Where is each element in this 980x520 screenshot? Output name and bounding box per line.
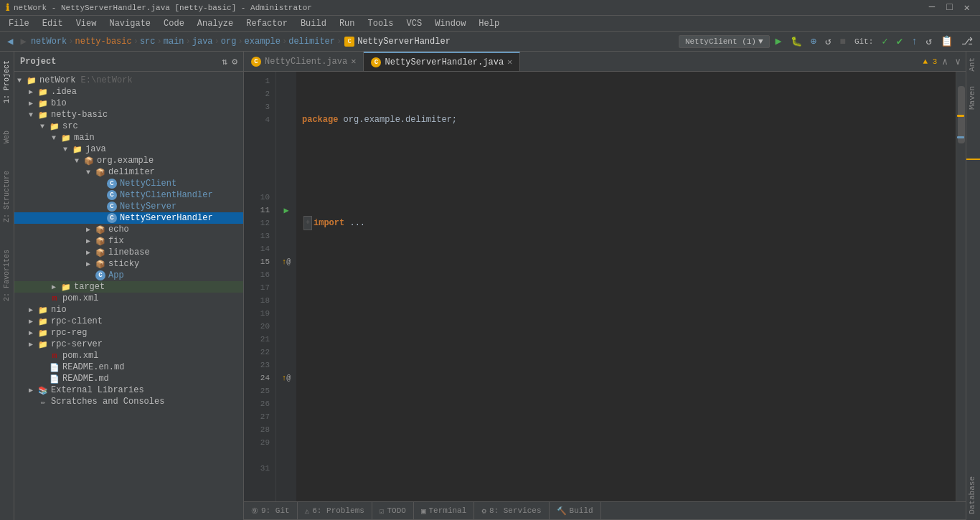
bc-delimiter[interactable]: delimiter <box>288 37 335 47</box>
tree-item-NettyServer[interactable]: C NettyServer <box>14 201 243 212</box>
bottom-tab-services[interactable]: ⚙ 8: Services <box>474 502 549 519</box>
todo-tab-icon: ☑ <box>380 506 385 516</box>
close-button[interactable]: ✕ <box>960 1 974 14</box>
bottom-tabs: ⑨ 9: Git ⚠ 6: Problems ☑ TODO ▣ Terminal… <box>244 501 966 520</box>
menu-item-vcs[interactable]: VCS <box>401 17 428 30</box>
bottom-tab-git[interactable]: ⑨ 9: Git <box>244 502 298 519</box>
bottom-tab-problems[interactable]: ⚠ 6: Problems <box>298 502 372 519</box>
tab-NettyServerHandler[interactable]: C NettyServerHandler.java ✕ <box>364 52 520 71</box>
tree-item-NettyClientHandler[interactable]: C NettyClientHandler <box>14 189 243 201</box>
tab-close-nettyserverhandler[interactable]: ✕ <box>507 57 512 67</box>
import-collapse-button[interactable]: + <box>303 216 312 230</box>
editor-scrollbar[interactable] <box>956 72 966 501</box>
tree-item-scratches[interactable]: ✏ Scratches and Consoles <box>14 396 243 407</box>
left-tab-project[interactable]: 1: Project <box>1 55 12 109</box>
tree-item-delimiter[interactable]: ▼ 📦 delimiter <box>14 166 243 178</box>
bc-netWork[interactable]: netWork <box>31 37 67 47</box>
tree-item-NettyServerHandler[interactable]: C NettyServerHandler <box>14 212 243 224</box>
tree-item-target[interactable]: ▶ 📁 target <box>14 281 243 293</box>
menu-item-run[interactable]: Run <box>334 17 361 30</box>
tree-item-rpc-reg[interactable]: ▶ 📁 rpc-reg <box>14 327 243 339</box>
left-tab-favorites[interactable]: 2: Favorites <box>1 244 12 307</box>
bc-back[interactable]: ◀ <box>4 34 16 49</box>
bc-src[interactable]: src <box>140 37 156 47</box>
git-check-icon[interactable]: ✓ <box>879 34 890 49</box>
tree-item-org-example[interactable]: ▼ 📦 org.example <box>14 155 243 166</box>
bc-org[interactable]: org <box>221 37 237 47</box>
bc-example[interactable]: example <box>245 37 281 47</box>
menu-item-window[interactable]: Window <box>429 17 471 30</box>
bc-filename[interactable]: NettyServerHandler <box>357 37 451 47</box>
right-tab-ant[interactable]: Ant <box>966 52 980 77</box>
right-tab-database[interactable]: Database <box>966 471 980 520</box>
debug-button[interactable]: 🐛 <box>788 34 805 49</box>
menu-item-build[interactable]: Build <box>295 17 332 30</box>
folder-idea-icon: 📁 <box>37 87 49 97</box>
tree-item-fix[interactable]: ▶ 📦 fix <box>14 235 243 247</box>
tree-item-main[interactable]: ▼ 📁 main <box>14 132 243 143</box>
scroll-down-icon[interactable]: ∨ <box>953 56 963 67</box>
menu-item-view[interactable]: View <box>70 17 103 30</box>
tree-item-src[interactable]: ▼ 📁 src <box>14 120 243 132</box>
run-gutter-11[interactable]: ▶ <box>283 205 288 216</box>
tree-item-pom-root[interactable]: m pom.xml <box>14 350 243 361</box>
run-button[interactable]: ▶ <box>773 33 785 49</box>
maximize-button[interactable]: □ <box>942 1 956 14</box>
bottom-tab-build[interactable]: 🔨 Build <box>550 502 601 519</box>
tree-item-NettyClient[interactable]: C NettyClient <box>14 178 243 189</box>
menu-item-edit[interactable]: Edit <box>37 17 69 30</box>
minimize-button[interactable]: ─ <box>925 1 939 14</box>
code-area[interactable]: package org.example.delimiter; + import … <box>296 72 956 501</box>
coverage-button[interactable]: ⊕ <box>808 34 819 49</box>
menu-item-tools[interactable]: Tools <box>362 17 400 30</box>
git-refresh-icon[interactable]: ↺ <box>923 34 935 49</box>
stop-button[interactable]: ■ <box>837 34 848 49</box>
bc-java[interactable]: java <box>192 37 213 47</box>
bottom-tab-todo[interactable]: ☑ TODO <box>372 502 414 519</box>
tab-close-nettyclient[interactable]: ✕ <box>351 56 356 67</box>
git-branch-icon[interactable]: ⎇ <box>958 34 976 49</box>
bc-netty-basic[interactable]: netty-basic <box>75 37 132 47</box>
folder-src-icon: 📁 <box>49 121 60 131</box>
sidebar-collapse-icon[interactable]: ⇅ <box>222 56 227 67</box>
tree-item-readme-en[interactable]: 📄 README.en.md <box>14 361 243 373</box>
run-config-dropdown[interactable]: NettyClient (1) ▼ <box>679 35 770 48</box>
tree-item-sticky[interactable]: ▶ 📦 sticky <box>14 258 243 270</box>
tree-item-java[interactable]: ▼ 📁 java <box>14 143 243 155</box>
tree-item-netty-basic[interactable]: ▼ 📁 netty-basic <box>14 109 243 120</box>
tree-item-echo[interactable]: ▶ 📦 echo <box>14 224 243 235</box>
bottom-tab-terminal[interactable]: ▣ Terminal <box>414 502 474 519</box>
tree-item-netWork[interactable]: ▼ 📁 netWork E:\netWork <box>14 75 243 86</box>
menu-item-analyze[interactable]: Analyze <box>192 17 239 30</box>
tree-item-idea[interactable]: ▶ 📁 .idea <box>14 86 243 98</box>
bc-forward[interactable]: ▶ <box>17 34 29 49</box>
bc-main[interactable]: main <box>164 37 184 47</box>
git-history-icon[interactable]: 📋 <box>938 34 956 49</box>
menu-bar: File Edit View Navigate Code Analyze Ref… <box>0 16 980 32</box>
tree-item-linebase[interactable]: ▶ 📦 linebase <box>14 247 243 258</box>
tree-item-pom-netty[interactable]: m pom.xml <box>14 293 243 304</box>
git-push-icon[interactable]: ↑ <box>908 34 920 49</box>
menu-item-navigate[interactable]: Navigate <box>103 17 156 30</box>
run-with-profiler-button[interactable]: ↺ <box>822 34 834 49</box>
sidebar-settings-icon[interactable]: ⚙ <box>232 56 237 67</box>
scroll-up-icon[interactable]: ∧ <box>940 56 950 67</box>
menu-item-help[interactable]: Help <box>473 17 505 30</box>
tree-item-nio[interactable]: ▶ 📁 nio <box>14 304 243 316</box>
menu-item-code[interactable]: Code <box>158 17 190 30</box>
title-bar-controls[interactable]: ─ □ ✕ <box>925 1 974 14</box>
folder-netty-icon: 📁 <box>37 110 49 120</box>
menu-item-file[interactable]: File <box>3 17 35 30</box>
right-tab-maven[interactable]: Maven <box>966 80 980 115</box>
tree-item-App[interactable]: C App <box>14 270 243 281</box>
tree-item-rpc-server[interactable]: ▶ 📁 rpc-server <box>14 339 243 350</box>
tree-item-readme[interactable]: 📄 README.md <box>14 373 243 384</box>
tree-item-ext-libs[interactable]: ▶ 📚 External Libraries <box>14 384 243 396</box>
left-tab-structure[interactable]: Z: Structure <box>1 165 12 228</box>
tab-NettyClient[interactable]: C NettyClient.java ✕ <box>244 52 364 71</box>
left-tab-web[interactable]: Web <box>1 125 12 149</box>
tree-item-bio[interactable]: ▶ 📁 bio <box>14 98 243 109</box>
git-ok-icon[interactable]: ✔ <box>894 34 905 49</box>
menu-item-refactor[interactable]: Refactor <box>240 17 293 30</box>
tree-item-rpc-client[interactable]: ▶ 📁 rpc-client <box>14 316 243 327</box>
